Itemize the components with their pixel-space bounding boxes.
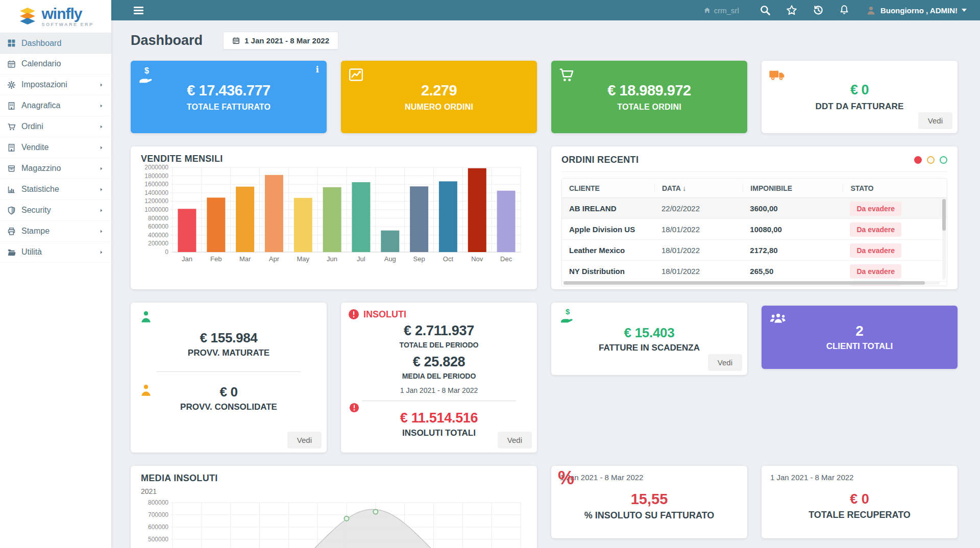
vedi-provvigioni-button[interactable]: Vedi [287, 432, 322, 449]
app-logo[interactable]: winfly SOFTWARE ERP [0, 0, 111, 33]
vertical-scrollbar[interactable] [942, 199, 946, 280]
stat-label: TOTALE FATTURATO [187, 103, 271, 112]
sidebar-item-calendario[interactable]: Calendario [0, 54, 111, 74]
bar-sep[interactable] [410, 186, 428, 252]
x-tick-label: Oct [443, 255, 454, 263]
sidebar-item-anagrafica[interactable]: Anagrafica [0, 95, 111, 116]
sort-desc-icon[interactable]: ↓ [682, 184, 686, 192]
sidebar: winfly SOFTWARE ERP DashboardCalendarioI… [0, 0, 111, 548]
cell-cliente: AB IRELAND [562, 204, 654, 213]
data-point[interactable] [373, 510, 378, 514]
provv-consolidate-label: PROVV. CONSOLIDATE [180, 402, 277, 412]
x-tick-label: Mar [239, 255, 251, 263]
bar-mar[interactable] [236, 187, 254, 252]
svg-text:1600000: 1600000 [144, 181, 168, 188]
x-tick-label: Apr [269, 255, 280, 263]
x-tick-label: Jan [182, 255, 192, 263]
stat-card-ddt[interactable]: € 0 DDT DA FATTURARE Vedi [762, 61, 958, 133]
sidebar-menu: DashboardCalendarioImpostazioniAnagrafic… [0, 33, 111, 263]
status-badge: Da evadere [850, 285, 901, 287]
column-header-data[interactable]: DATA ↓ [654, 184, 743, 192]
vedi-fatture-button[interactable]: Vedi [708, 354, 742, 371]
table-row[interactable]: Apple Division US18/01/202210080,00Da ev… [562, 219, 947, 240]
sidebar-item-vendite[interactable]: Vendite [0, 137, 111, 158]
sidebar-item-utilit[interactable]: Utilità [0, 242, 111, 263]
chevron-right-icon [99, 123, 104, 130]
status-legend-dot[interactable] [914, 156, 922, 164]
table-row[interactable]: Leather Mexico18/01/20222172,80Da evader… [562, 240, 947, 261]
notifications-bell-icon[interactable] [839, 5, 850, 16]
company-switcher[interactable]: crm_srl [703, 6, 739, 15]
status-legend-dot[interactable] [927, 156, 935, 164]
bar-oct[interactable] [439, 181, 457, 252]
bar-nov[interactable] [468, 168, 486, 252]
greeting-text: Buongiorno , ADMIN! [880, 6, 958, 15]
sidebar-item-ordini[interactable]: Ordini [0, 116, 111, 137]
insoluti-totali-label: INSOLUTI TOTALI [402, 428, 476, 438]
sidebar-item-dashboard[interactable]: Dashboard [0, 33, 111, 54]
bar-apr[interactable] [265, 175, 283, 252]
stat-value: 2.279 [421, 82, 457, 99]
table-row[interactable]: NY Distribution18/01/2022265,50Da evader… [562, 261, 947, 282]
bar-feb[interactable] [207, 197, 225, 252]
info-icon[interactable]: i [316, 64, 319, 74]
user-menu[interactable]: Buongiorno , ADMIN! [866, 5, 967, 16]
date-range-button[interactable]: 1 Jan 2021 - 8 Mar 2022 [223, 32, 338, 49]
horizontal-scrollbar[interactable] [564, 281, 940, 285]
recupero-value: € 0 [850, 491, 869, 507]
sidebar-item-label: Utilità [21, 247, 42, 257]
panel-title: VENDITE MENSILI [141, 154, 527, 164]
percent-insoluto-card: % 1 Jan 2021 - 8 Mar 2022 15,55 % INSOLU… [551, 466, 747, 538]
divider [157, 371, 301, 372]
chevron-right-icon [99, 165, 104, 172]
sidebar-item-label: Statistiche [21, 185, 59, 194]
column-header-cliente[interactable]: CLIENTE [562, 184, 654, 192]
x-tick-label: Jul [357, 255, 365, 263]
chevron-right-icon [99, 228, 104, 235]
bar-jul[interactable] [352, 182, 370, 252]
column-header-imponibile[interactable]: IMPONIBILE [743, 184, 843, 192]
bar-aug[interactable] [381, 231, 399, 252]
bar-may[interactable] [294, 198, 312, 252]
truck-icon [769, 67, 785, 83]
sidebar-item-magazzino[interactable]: Magazzino [0, 158, 111, 179]
stat-card-totale-ordini[interactable]: € 18.989.972 TOTALE ORDINI [551, 61, 747, 133]
provvigioni-card: € 155.984 PROVV. MATURATE € 0 PROVV. CON… [131, 303, 327, 453]
stat-card-numero-ordini[interactable]: 2.279 NUMERO ORDINI [341, 61, 537, 133]
app-window: winfly SOFTWARE ERP DashboardCalendarioI… [0, 0, 980, 548]
chart-icon [7, 185, 16, 194]
chart-year-label: 2021 [141, 487, 527, 495]
bar-jan[interactable] [178, 209, 196, 252]
sidebar-item-stampe[interactable]: Stampe [0, 221, 111, 242]
chevron-right-icon [99, 186, 104, 193]
insoluti-periodo-label: TOTALE DEL PERIODO [400, 341, 479, 349]
vedi-ddt-button[interactable]: Vedi [918, 112, 952, 129]
sidebar-item-impostazioni[interactable]: Impostazioni [0, 74, 111, 95]
clienti-totali-card[interactable]: 2 CLIENTI TOTALI [762, 306, 958, 369]
hamburger-menu-button[interactable] [134, 7, 143, 14]
vedi-insoluti-button[interactable]: Vedi [498, 432, 532, 449]
svg-text:800000: 800000 [148, 500, 168, 506]
sidebar-item-statistiche[interactable]: Statistiche [0, 179, 111, 200]
sidebar-item-security[interactable]: Security [0, 200, 111, 221]
bar-dec[interactable] [497, 191, 516, 252]
building-icon [7, 143, 16, 152]
status-legend-dot[interactable] [940, 156, 947, 164]
orders-table: CLIENTEDATA ↓IMPONIBILESTATOAB IRELAND22… [561, 178, 947, 286]
bar-jun[interactable] [323, 187, 341, 252]
history-icon[interactable] [813, 5, 824, 16]
sidebar-item-label: Stampe [21, 227, 50, 236]
favorites-star-icon[interactable] [786, 5, 797, 16]
stat-label: DDT DA FATTURARE [815, 102, 903, 112]
table-header: CLIENTEDATA ↓IMPONIBILESTATO [562, 179, 947, 198]
sidebar-item-label: Security [21, 206, 51, 215]
search-icon[interactable] [760, 5, 771, 16]
data-point[interactable] [345, 516, 349, 521]
svg-text:1200000: 1200000 [144, 197, 168, 205]
stat-card-fatturato[interactable]: $ i € 17.436.777 TOTALE FATTURATO [131, 61, 327, 133]
column-header-stato[interactable]: STATO [843, 184, 947, 192]
table-row[interactable]: AB IRELAND22/02/20223600,00Da evadere [562, 198, 947, 219]
hand-holding-dollar-icon: $ [138, 67, 154, 83]
stat-value: € 17.436.777 [187, 82, 270, 99]
svg-text:800000: 800000 [148, 215, 168, 222]
